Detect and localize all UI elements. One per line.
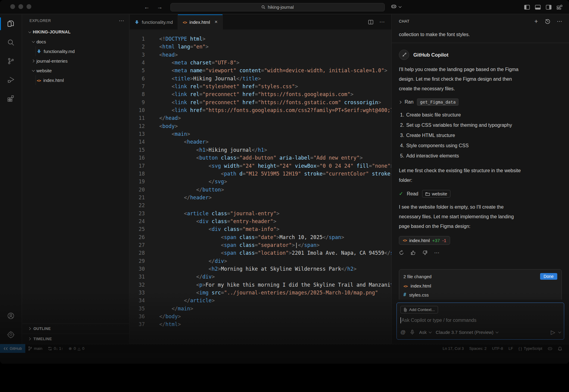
chat-input-placeholder[interactable]: Ask Copilot or type / for commands (402, 318, 477, 323)
back-button[interactable]: ← (144, 4, 150, 11)
sync-indicator[interactable]: 0↓ 1↑ (45, 344, 66, 353)
line-content: </div> (159, 257, 227, 265)
code-line-5: 5 <meta name="viewport" content="width=d… (130, 67, 391, 74)
tab-label: functionality.md (142, 20, 173, 25)
explorer-view-icon[interactable] (0, 14, 22, 33)
html-file-icon: <> (183, 20, 187, 25)
line-number: 15 (130, 146, 145, 154)
chevron-down-icon (28, 30, 31, 33)
section-label: TIMELINE (33, 337, 52, 341)
section-outline[interactable]: OUTLINE (22, 323, 129, 334)
source-control-view-icon[interactable] (0, 52, 22, 70)
tool-run-row[interactable]: Ran get_Figma_data (399, 98, 562, 106)
chevron-right-icon (399, 101, 402, 104)
sidebar-sections: OUTLINETIMELINE (22, 323, 129, 344)
explorer-actions-icon[interactable]: ⋯ (119, 17, 124, 24)
changed-file-name: index.html (409, 238, 430, 243)
code-line-10: 10 <link href="https://fonts.googleapis.… (130, 106, 391, 114)
tree-item-hiking-journal[interactable]: HIKING-JOURNAL (22, 27, 129, 37)
customize-layout-icon[interactable] (557, 5, 562, 10)
code-editor[interactable]: 1<!DOCTYPE html>2<html lang="en">3<head>… (130, 30, 391, 344)
tree-item-functionality-md[interactable]: functionality.md (22, 46, 129, 56)
changed-file-row[interactable]: #styles.css (403, 292, 557, 297)
line-content: </article> (159, 297, 215, 304)
copilot-status-icon[interactable] (545, 344, 555, 353)
chat-history-icon[interactable] (545, 19, 550, 24)
tab-functionality-md[interactable]: functionality.md (130, 14, 178, 30)
code-line-7: 7 <link rel="stylesheet" href="styles.cs… (130, 82, 391, 90)
search-text: hiking-journal (268, 5, 294, 10)
search-view-icon[interactable] (0, 33, 22, 52)
model-picker[interactable]: Claude 3.7 Sonnet (Preview) (436, 330, 498, 335)
notifications-bell-icon[interactable] (555, 344, 565, 353)
plan-step: 3.Create HTML structure (400, 130, 562, 141)
editor-more-actions-icon[interactable]: ⋯ (379, 19, 385, 25)
section-timeline[interactable]: TIMELINE (22, 334, 129, 344)
tree-item-website[interactable]: website (22, 66, 129, 75)
command-center-search[interactable]: hiking-journal (170, 3, 385, 11)
accounts-icon[interactable] (0, 306, 22, 325)
tab-index-html[interactable]: <>index.html× (178, 14, 223, 30)
line-content: </div> (159, 273, 215, 281)
new-chat-icon[interactable]: + (534, 18, 538, 25)
close-window-button[interactable] (10, 4, 15, 9)
settings-gear-icon[interactable] (0, 325, 22, 344)
toggle-secondary-sidebar-icon[interactable] (546, 5, 552, 10)
code-line-31: 31 </div> (130, 273, 391, 281)
folder-reference-chip[interactable]: website (422, 190, 451, 198)
line-content: <header> (159, 138, 209, 146)
chevron-down-icon (558, 330, 561, 333)
code-line-15: 15 <h1>Hiking journal</h1> (130, 146, 391, 154)
close-tab-icon[interactable]: × (215, 19, 218, 25)
microphone-icon[interactable] (410, 330, 414, 335)
tree-item-label: journal-enteries (36, 58, 67, 64)
problems-indicator[interactable]: ⊗ 0 △ 0 (66, 344, 87, 353)
line-number: 31 (130, 273, 145, 281)
mode-picker[interactable]: Ask (419, 330, 431, 335)
changed-file-chip[interactable]: <> index.html +37 -1 (399, 236, 450, 245)
zoom-window-button[interactable] (26, 4, 31, 9)
mention-icon[interactable]: @ (400, 329, 406, 335)
toggle-panel-icon[interactable] (535, 5, 541, 10)
split-editor-icon[interactable] (368, 20, 373, 24)
thumbs-up-icon[interactable] (411, 250, 416, 255)
tree-item-docs[interactable]: docs (22, 37, 129, 46)
forward-button[interactable]: → (157, 4, 163, 11)
status-bar-right: Ln 17, Col 3Spaces: 2UTF-8LF{ }TypeScrip… (440, 344, 569, 353)
line-content: <head> (159, 51, 178, 59)
copilot-menu[interactable] (391, 4, 401, 10)
branch-indicator[interactable]: main (25, 344, 45, 353)
chat-input-box[interactable]: Add Context... Ask Copilot or type / for… (396, 303, 564, 340)
status-spaces-2[interactable]: Spaces: 2 (466, 344, 489, 353)
line-number: 16 (130, 154, 145, 162)
remote-indicator[interactable]: GitHub (0, 344, 25, 353)
thumbs-down-icon[interactable] (422, 250, 428, 255)
send-icon[interactable]: ▷ (551, 329, 555, 336)
run-debug-view-icon[interactable] (0, 70, 22, 89)
status-ln-17-col-3[interactable]: Ln 17, Col 3 (440, 344, 466, 353)
toggle-primary-sidebar-icon[interactable] (524, 5, 530, 10)
done-button[interactable]: Done (540, 273, 557, 280)
line-number: 12 (130, 122, 145, 130)
rerun-icon[interactable] (399, 250, 404, 255)
message-more-actions-icon[interactable]: ⋯ (434, 250, 439, 256)
code-line-3: 3<head> (130, 51, 391, 59)
tool-name-chip[interactable]: get_Figma_data (417, 98, 459, 106)
chat-messages[interactable]: collection to make the font styles. GitH… (392, 28, 569, 300)
status-typescript[interactable]: { }TypeScript (516, 344, 545, 353)
line-content: <p>For my hike this morning I did the Sk… (159, 281, 391, 289)
code-line-18: 18 <path d="M12 5V19M5 12H19" stroke="cu… (130, 170, 391, 178)
copilot-avatar (399, 50, 409, 60)
tree-item-index-html[interactable]: <>index.html (22, 75, 129, 85)
code-line-33: 33 <img src="../journal-enteries/images/… (130, 289, 391, 297)
chat-more-actions-icon[interactable]: ⋯ (557, 18, 563, 25)
tree-item-journal-enteries[interactable]: journal-enteries (22, 56, 129, 66)
changed-file-row[interactable]: <>index.html (403, 283, 557, 288)
extensions-view-icon[interactable] (0, 89, 22, 108)
add-context-button[interactable]: Add Context... (400, 306, 438, 313)
editor-group: functionality.md<>index.html× ⋯ 1<!DOCTY… (130, 14, 391, 344)
window-controls[interactable] (10, 4, 31, 9)
status-utf-8[interactable]: UTF-8 (489, 344, 506, 353)
status-lf[interactable]: LF (506, 344, 516, 353)
minimize-window-button[interactable] (18, 4, 23, 9)
